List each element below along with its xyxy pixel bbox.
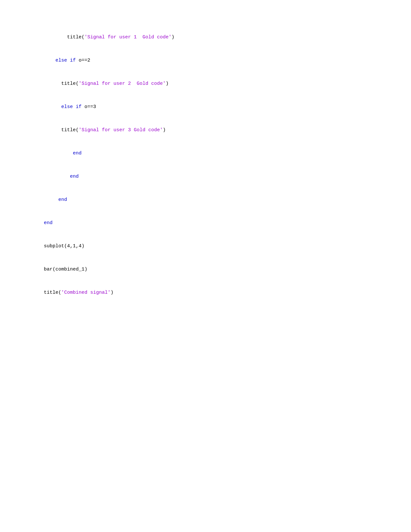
code-line-8: end	[32, 188, 392, 212]
code-indent-5: title(	[44, 127, 79, 133]
code-keyword-2: else if	[44, 58, 79, 63]
code-plain-4: o==3	[84, 104, 96, 110]
code-plain-12a: title(	[44, 290, 61, 295]
code-keyword-8: end	[44, 197, 67, 202]
code-string-1: 'Signal for user 1 Gold code'	[84, 34, 171, 40]
code-plain-10: subplot(4,1,4)	[44, 243, 84, 249]
code-close-3: )	[166, 81, 169, 86]
code-keyword-9: end	[44, 220, 53, 226]
code-line-1: title('Signal for user 1 Gold code')	[32, 26, 392, 49]
code-string-12: 'Combined signal'	[61, 290, 111, 295]
code-line-10: subplot(4,1,4)	[32, 235, 392, 258]
code-keyword-6: end	[44, 151, 82, 156]
code-line-5: title('Signal for user 3 Gold code')	[32, 119, 392, 142]
code-string-5: 'Signal for user 3 Gold code'	[79, 127, 163, 133]
code-line-2: else if o==2	[32, 49, 392, 72]
code-plain-11: bar(combined_1)	[44, 267, 87, 272]
code-line-9: end	[32, 212, 392, 235]
code-indent-1: title(	[44, 34, 84, 40]
code-line-7: end	[32, 165, 392, 188]
code-string-3: 'Signal for user 2 Gold code'	[79, 81, 166, 86]
code-plain-2: o==2	[79, 58, 90, 63]
code-line-6: end	[32, 142, 392, 165]
code-indent-3: title(	[44, 81, 79, 86]
code-plain-12b: )	[111, 290, 113, 295]
code-close-5: )	[163, 127, 166, 133]
code-keyword-7: end	[44, 174, 79, 179]
code-keyword-4: else if	[44, 104, 84, 110]
code-line-4: else if o==3	[32, 95, 392, 119]
code-line-11: bar(combined_1)	[32, 258, 392, 281]
code-line-3: title('Signal for user 2 Gold code')	[32, 72, 392, 95]
code-line-12: title('Combined signal')	[32, 281, 392, 304]
code-close-1: )	[171, 34, 174, 40]
code-block: title('Signal for user 1 Gold code') els…	[32, 26, 392, 304]
